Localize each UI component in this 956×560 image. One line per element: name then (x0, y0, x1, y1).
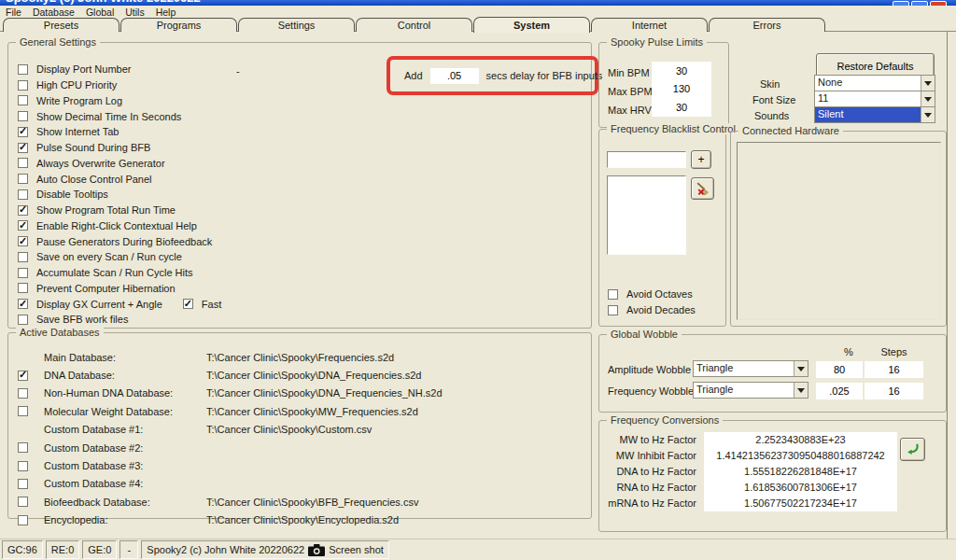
checkbox-dna-database[interactable] (18, 371, 28, 381)
chevron-down-icon[interactable] (794, 361, 808, 376)
tab-settings[interactable]: Settings (238, 18, 355, 32)
checkbox-biofeedback-database[interactable] (18, 497, 28, 507)
menu-utils[interactable]: Utils (120, 7, 149, 18)
status-copyright-segment: Spooky2 (c) John White 20220622 Screen s… (141, 540, 388, 559)
checkbox-save-bfb-work-files[interactable] (18, 315, 28, 325)
row-display-port-number: Display Port Number (18, 62, 221, 77)
window-title: Spooky2 (c) John White 20220622 (6, 0, 201, 5)
checkbox-label: Prevent Computer Hibernation (36, 283, 176, 294)
blacklist-add-button[interactable]: + (691, 150, 711, 169)
frequency-wobble-percent-input[interactable] (816, 383, 863, 399)
database-label: Custom Database #2: (44, 442, 143, 454)
broom-icon (695, 181, 710, 197)
mrna-to-hz-value[interactable]: 1.50677502217234E+17 (704, 496, 897, 511)
database-label: Custom Database #3: (44, 460, 143, 471)
tab-internet[interactable]: Internet (591, 18, 708, 32)
checkbox-display-gx-current-angle[interactable] (18, 299, 28, 309)
checkbox-enable-right-click-help[interactable] (18, 220, 28, 231)
database-list: Main Database:T:\Cancer Clinic\Spooky\Fr… (18, 348, 28, 529)
checkbox-custom-database-2[interactable] (18, 442, 28, 453)
font-size-select[interactable]: 11 (814, 91, 935, 107)
max-hrv-label: Max HRV (608, 105, 652, 116)
bfb-delay-input[interactable] (430, 68, 479, 84)
tab-programs[interactable]: Programs (120, 18, 237, 32)
tab-system[interactable]: System (473, 17, 590, 33)
amplitude-wobble-percent-input[interactable] (816, 361, 863, 378)
checkbox-custom-database-3[interactable] (18, 461, 28, 471)
max-hrv-input[interactable] (652, 98, 711, 117)
row-custom-database-4: Custom Database #4: (18, 475, 28, 493)
checkbox-accumulate-scan-hits[interactable] (18, 268, 28, 278)
chevron-down-icon[interactable] (921, 107, 935, 122)
frequency-wobble-select[interactable]: Triangle (693, 382, 808, 399)
database-label: Molecular Weight Database: (44, 406, 173, 417)
blacklist-listbox[interactable] (607, 175, 686, 255)
status-ge: GE:0 (82, 540, 117, 559)
checkbox-display-port-number[interactable] (18, 64, 28, 75)
checkbox-write-program-log[interactable] (18, 95, 28, 105)
avoid-decades-label: Avoid Decades (626, 304, 696, 315)
checkbox-avoid-octaves[interactable] (608, 289, 618, 300)
rna-to-hz-value[interactable]: 1.61853600781306E+17 (704, 480, 897, 496)
checkbox-label: Show Internet Tab (36, 126, 119, 137)
checkbox-show-internet-tab[interactable] (18, 127, 28, 137)
camera-icon[interactable] (308, 544, 325, 556)
checkbox-show-decimal-time[interactable] (18, 111, 28, 121)
tab-control[interactable]: Control (356, 18, 472, 32)
row-biofeedback-database: Biofeedback Database:T:\Cancer Clinic\Sp… (18, 493, 28, 511)
tab-errors[interactable]: Errors (709, 18, 825, 32)
skin-select[interactable]: None (814, 75, 935, 91)
blacklist-clear-button[interactable] (691, 177, 714, 200)
checkbox-non-human-dna-database[interactable] (18, 388, 28, 399)
row-show-program-total-run-time: Show Program Total Run Time (18, 203, 221, 218)
checkbox-custom-database-4[interactable] (18, 479, 28, 489)
checkbox-encyclopedia[interactable] (18, 515, 28, 525)
dna-to-hz-label: DNA to Hz Factor (599, 464, 696, 480)
connected-hardware-list (737, 142, 941, 320)
checkbox-pulse-sound-bfb[interactable] (18, 143, 28, 153)
menu-file[interactable]: File (0, 7, 27, 18)
max-bpm-input[interactable] (652, 80, 711, 99)
conversions-reset-button[interactable] (900, 438, 925, 461)
checkbox-save-every-scan-cycle[interactable] (18, 252, 28, 262)
frequency-wobble-steps-input[interactable] (865, 383, 923, 399)
checkbox-label: Always Overwrite Generator (36, 158, 165, 169)
checkbox-high-cpu-priority[interactable] (18, 80, 28, 91)
checkbox-always-overwrite-generator[interactable] (18, 158, 28, 168)
menu-database[interactable]: Database (27, 7, 80, 18)
chevron-down-icon[interactable] (921, 76, 935, 91)
tab-presets[interactable]: Presets (3, 18, 120, 32)
amplitude-wobble-select[interactable]: Triangle (693, 360, 808, 377)
row-auto-close-control-panel: Auto Close Control Panel (18, 171, 221, 187)
dna-to-hz-value[interactable]: 1.55518226281848E+17 (704, 464, 897, 480)
checkbox-disable-tooltips[interactable] (18, 189, 28, 200)
screenshot-label[interactable]: Screen shot (329, 541, 384, 558)
checkbox-auto-close-control-panel[interactable] (18, 174, 28, 184)
connected-hardware-group: Connected Hardware (730, 131, 947, 327)
checkbox-pause-generators-biofeedback[interactable] (18, 236, 28, 246)
menu-help[interactable]: Help (150, 7, 182, 18)
row-avoid-octaves: Avoid Octaves (608, 288, 693, 300)
checkbox-label: Auto Close Control Panel (36, 174, 152, 185)
checkbox-fast[interactable] (183, 299, 193, 309)
bfb-delay-suffix-label: secs delay for BFB inputs (486, 70, 603, 81)
database-label: Custom Database #1: (44, 424, 143, 435)
bfb-delay-highlight: Add secs delay for BFB inputs (387, 56, 598, 95)
checkbox-label: Show Decimal Time In Seconds (36, 111, 181, 122)
active-databases-group: Active Databases Main Database:T:\Cancer… (7, 332, 592, 519)
checkbox-label: Write Program Log (36, 95, 122, 106)
blacklist-frequency-input[interactable] (607, 151, 686, 168)
status-separator: - (120, 540, 138, 559)
checkbox-show-program-total-run-time[interactable] (18, 205, 28, 216)
checkbox-molecular-weight-database[interactable] (18, 406, 28, 416)
chevron-down-icon[interactable] (794, 383, 808, 398)
checkbox-avoid-decades[interactable] (608, 305, 618, 315)
mw-inhibit-value[interactable]: 1.4142135623730950488016887242 (704, 448, 897, 464)
amplitude-wobble-steps-input[interactable] (865, 361, 923, 378)
sounds-select[interactable]: Silent (814, 106, 935, 123)
chevron-down-icon[interactable] (921, 91, 935, 106)
checkbox-prevent-hibernation[interactable] (18, 283, 28, 293)
min-bpm-input[interactable] (652, 62, 711, 80)
mw-to-hz-value[interactable]: 2.2523430883E+23 (704, 432, 897, 448)
menu-global[interactable]: Global (80, 7, 120, 18)
